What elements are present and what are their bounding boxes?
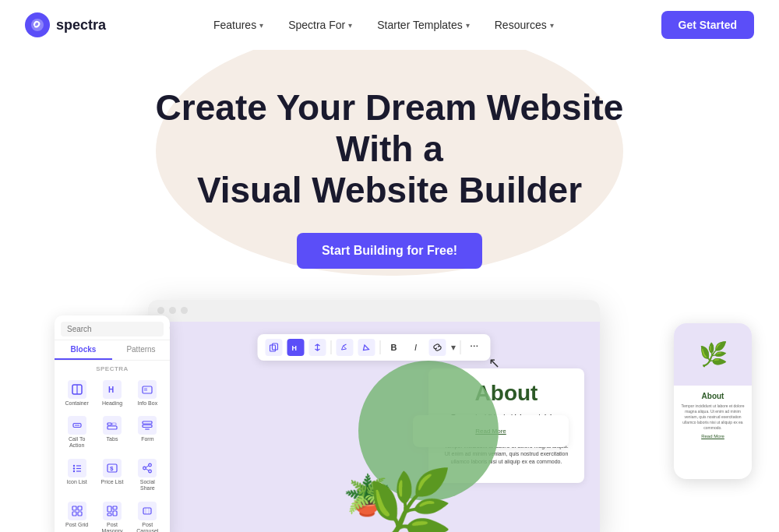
toolbar-pencil-icon[interactable] bbox=[337, 339, 354, 356]
svg-rect-35 bbox=[143, 508, 151, 514]
hero-title: Create Your Dream Website With a Visual … bbox=[140, 87, 639, 211]
nav-features[interactable]: Features ▾ bbox=[204, 12, 273, 37]
svg-line-26 bbox=[146, 469, 150, 470]
svg-rect-33 bbox=[108, 513, 111, 516]
navbar: spectra Features ▾ Spectra For ▾ Starter… bbox=[0, 0, 779, 50]
hero-content: Create Your Dream Website With a Visual … bbox=[16, 87, 763, 300]
panel-item-form[interactable]: Form bbox=[132, 413, 164, 453]
svg-point-23 bbox=[149, 470, 152, 473]
form-icon bbox=[138, 416, 157, 435]
chevron-down-icon: ▾ bbox=[259, 21, 263, 30]
toolbar-edit-icon[interactable] bbox=[358, 339, 375, 356]
toolbar-bold-icon[interactable]: B bbox=[386, 339, 403, 356]
panel-item-price-list[interactable]: $ Price List bbox=[96, 456, 128, 495]
search-box[interactable]: 🔍 bbox=[61, 322, 164, 336]
panel-item-cta[interactable]: Call To Action bbox=[61, 413, 93, 453]
panel-items-grid: Container H Heading Info Box bbox=[55, 374, 170, 532]
get-started-button[interactable]: Get Started bbox=[661, 11, 754, 39]
search-input[interactable] bbox=[67, 325, 166, 333]
browser-bar bbox=[148, 300, 600, 322]
svg-point-14 bbox=[72, 465, 74, 467]
toolbar-copy-icon[interactable] bbox=[266, 339, 283, 356]
nav-spectra-for[interactable]: Spectra For ▾ bbox=[279, 12, 361, 37]
post-grid-icon bbox=[68, 502, 86, 520]
logo-icon bbox=[25, 12, 50, 37]
svg-rect-34 bbox=[113, 511, 117, 516]
panel-item-icon-list[interactable]: Icon List bbox=[61, 456, 93, 495]
svg-point-18 bbox=[72, 470, 74, 472]
svg-rect-32 bbox=[113, 506, 117, 509]
heading-icon: H bbox=[103, 380, 122, 399]
panel-item-info-box[interactable]: Info Box bbox=[132, 377, 164, 410]
logo[interactable]: spectra bbox=[25, 12, 106, 37]
phone-text: Tempor incididunt ut labore et dolore ma… bbox=[680, 403, 746, 431]
toolbar-more-chevron[interactable]: ▾ bbox=[451, 342, 456, 353]
svg-line-41 bbox=[344, 344, 347, 346]
svg-rect-29 bbox=[72, 512, 76, 516]
hero-cta-button[interactable]: Start Building for Free! bbox=[297, 233, 482, 269]
price-list-icon: $ bbox=[103, 459, 122, 477]
panel-search-area: 🔍 bbox=[55, 315, 170, 340]
svg-text:H: H bbox=[108, 386, 114, 394]
svg-point-22 bbox=[149, 463, 152, 467]
chevron-down-icon: ▾ bbox=[466, 21, 470, 30]
phone-mockup: 🌿 About Tempor incididunt ut labore et d… bbox=[674, 323, 752, 479]
plant-decoration: 🌿 bbox=[366, 471, 453, 532]
phone-read-more[interactable]: Read More bbox=[680, 434, 746, 439]
post-masonry-icon bbox=[103, 502, 122, 520]
post-carousel-icon bbox=[138, 502, 157, 520]
panel-item-heading[interactable]: H Heading bbox=[96, 377, 128, 410]
search-icon: 🔍 bbox=[169, 325, 170, 333]
tabs-icon bbox=[103, 416, 122, 435]
svg-rect-30 bbox=[78, 512, 82, 516]
panel-tabs: Blocks Patterns bbox=[55, 340, 170, 361]
panel-item-container[interactable]: Container bbox=[61, 377, 93, 410]
toolbar-more-icon[interactable]: ⋯ bbox=[466, 339, 483, 356]
svg-rect-31 bbox=[108, 506, 111, 512]
browser-content: H B I bbox=[148, 322, 600, 532]
svg-rect-13 bbox=[145, 428, 150, 430]
cta-icon bbox=[68, 416, 86, 435]
nav-links: Features ▾ Spectra For ▾ Starter Templat… bbox=[204, 12, 563, 37]
toolbar-divider-2 bbox=[380, 340, 381, 354]
toolbar-arrows-icon[interactable] bbox=[309, 339, 326, 356]
browser-mockup: H B I bbox=[148, 300, 600, 532]
nav-starter-templates[interactable]: Starter Templates ▾ bbox=[368, 12, 478, 37]
toolbar-italic-icon[interactable]: I bbox=[407, 339, 425, 356]
svg-rect-11 bbox=[143, 421, 152, 424]
toolbar-heading-icon[interactable]: H bbox=[287, 339, 305, 356]
browser-dot-green bbox=[181, 307, 188, 314]
blocks-panel: 🔍 Blocks Patterns SPECTRA Container H bbox=[55, 315, 170, 532]
svg-line-25 bbox=[146, 466, 150, 467]
toolbar-link-icon[interactable] bbox=[429, 339, 446, 356]
svg-point-0 bbox=[31, 19, 44, 31]
panel-item-post-carousel[interactable]: Post Carousel bbox=[132, 499, 164, 532]
social-share-icon bbox=[138, 459, 157, 477]
svg-rect-5 bbox=[144, 388, 147, 391]
nav-resources[interactable]: Resources ▾ bbox=[485, 12, 563, 37]
container-icon bbox=[68, 380, 86, 399]
phone-plant-icon: 🌿 bbox=[699, 340, 728, 368]
svg-rect-12 bbox=[143, 425, 152, 428]
tab-patterns[interactable]: Patterns bbox=[112, 340, 170, 360]
svg-point-16 bbox=[72, 467, 74, 469]
cursor-icon: ↖ bbox=[488, 354, 500, 372]
svg-rect-27 bbox=[72, 506, 76, 510]
demo-area: ++ / / 🔍 Blocks Patterns SPECTRA C bbox=[16, 300, 779, 532]
panel-item-tabs[interactable]: Tabs bbox=[96, 413, 128, 453]
tab-blocks[interactable]: Blocks bbox=[55, 340, 112, 360]
browser-dot-yellow bbox=[169, 307, 176, 314]
toolbar-divider bbox=[331, 340, 332, 354]
phone-image-area: 🌿 bbox=[674, 323, 752, 386]
panel-item-post-masonry[interactable]: Post Masonry bbox=[96, 499, 128, 532]
svg-rect-10 bbox=[108, 426, 117, 429]
info-box-icon bbox=[138, 380, 157, 399]
panel-item-post-grid[interactable]: Post Grid bbox=[61, 499, 93, 532]
logo-text: spectra bbox=[56, 17, 106, 33]
svg-rect-9 bbox=[112, 423, 116, 425]
svg-point-24 bbox=[143, 467, 146, 470]
phone-content: About Tempor incididunt ut labore et dol… bbox=[674, 386, 752, 445]
svg-rect-8 bbox=[108, 423, 111, 425]
panel-item-social-share[interactable]: Social Share bbox=[132, 456, 164, 495]
chevron-down-icon: ▾ bbox=[550, 21, 554, 30]
